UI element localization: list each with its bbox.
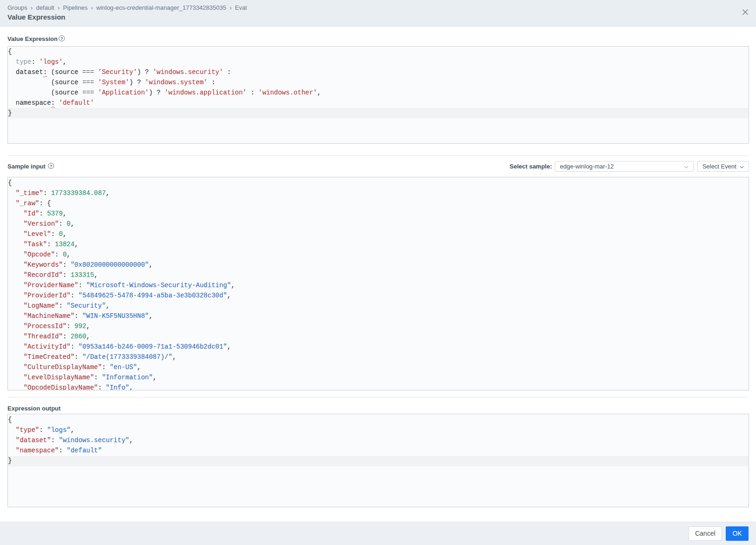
svg-text:?: ? [50, 164, 53, 168]
svg-text:?: ? [61, 36, 63, 41]
